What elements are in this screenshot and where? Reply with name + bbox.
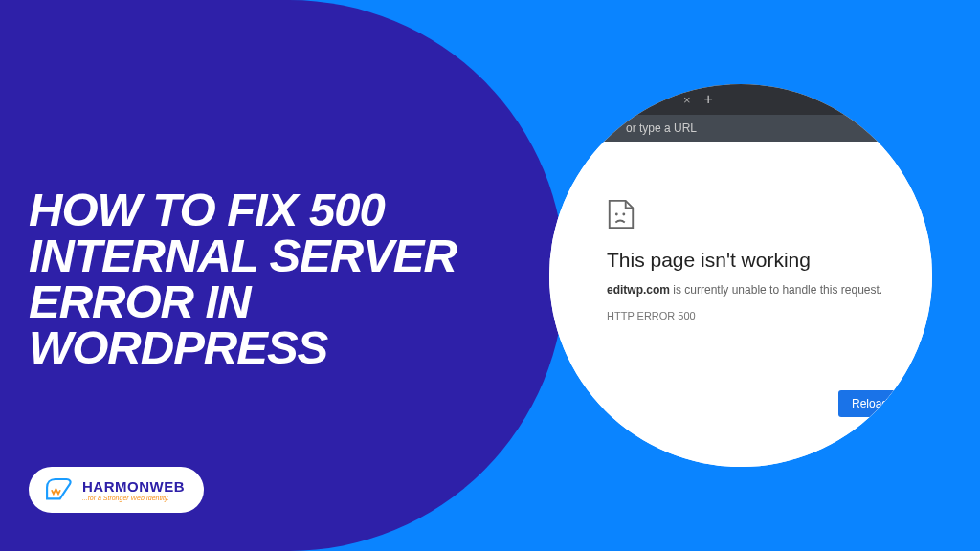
brand-name: HARMONWEB — [82, 478, 185, 495]
brand-logo-icon — [42, 475, 75, 504]
error-code: HTTP ERROR 500 — [607, 310, 894, 321]
reload-button[interactable]: Reload — [838, 390, 902, 417]
svg-point-1 — [622, 213, 625, 216]
close-tab-icon[interactable]: × — [683, 93, 691, 107]
brand-text: HARMONWEB ...for a Stronger Web Identity… — [82, 478, 185, 501]
left-panel: HOW TO FIX 500INTERNAL SERVERERROR INWOR… — [0, 0, 565, 551]
main-heading: HOW TO FIX 500INTERNAL SERVERERROR INWOR… — [29, 187, 457, 370]
url-bar[interactable]: or type a URL — [549, 115, 932, 142]
browser-frame: × + or type a URL This page isn't workin… — [549, 84, 932, 467]
error-page: This page isn't working editwp.com is cu… — [549, 142, 932, 467]
error-title: This page isn't working — [607, 249, 894, 272]
new-tab-icon[interactable]: + — [704, 91, 713, 108]
svg-point-0 — [615, 213, 618, 216]
brand-badge: HARMONWEB ...for a Stronger Web Identity… — [29, 467, 204, 513]
error-description: editwp.com is currently unable to handle… — [607, 283, 894, 297]
error-desc-suffix: is currently unable to handle this reque… — [670, 283, 882, 297]
tab-bar: × + — [549, 84, 932, 115]
browser-preview-circle: × + or type a URL This page isn't workin… — [549, 84, 932, 467]
url-hint-text: or type a URL — [626, 121, 697, 135]
sad-page-icon — [607, 199, 635, 230]
brand-tagline: ...for a Stronger Web Identity. — [82, 495, 185, 501]
error-domain: editwp.com — [607, 283, 670, 297]
